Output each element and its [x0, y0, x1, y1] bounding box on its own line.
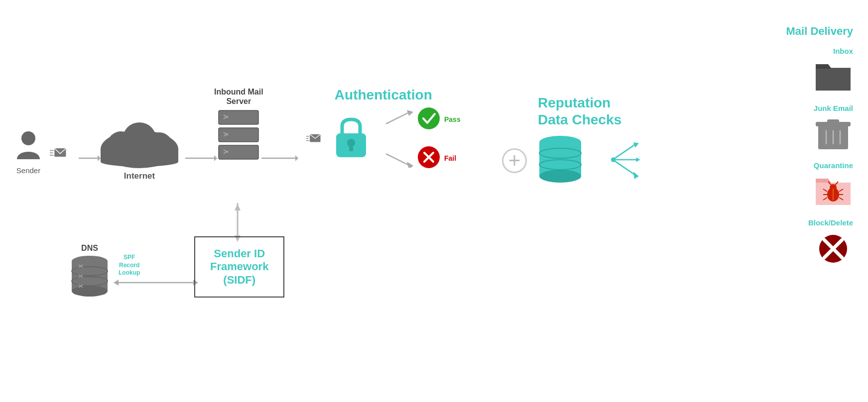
svg-line-36 [386, 154, 410, 166]
sidf-title: Sender ID Framework (SIDF) [210, 247, 268, 287]
svg-marker-56 [235, 204, 241, 210]
junk-icon [813, 115, 853, 152]
auth-content: Pass Fail [306, 107, 461, 171]
internet-group: Internet [97, 109, 182, 181]
junk-email-label: Junk Email [814, 104, 853, 112]
arrow-server-auth [261, 154, 299, 164]
svg-marker-52 [633, 172, 639, 179]
dns-label: DNS [81, 244, 98, 253]
svg-line-33 [386, 112, 410, 124]
junk-email-item: Junk Email [758, 104, 853, 152]
pass-label: Pass [444, 115, 461, 123]
cloud-icon [97, 109, 182, 176]
inbound-server-group: Inbound Mail Server [214, 87, 263, 165]
svg-marker-37 [407, 162, 413, 168]
sender-group: Sender [15, 129, 42, 175]
mail-delivery-title: Mail Delivery [758, 25, 853, 38]
svg-marker-25 [295, 155, 298, 161]
inbox-item: Inbox [758, 47, 853, 95]
reputation-group: Reputation Data Checks [538, 95, 642, 187]
inbox-label: Inbox [833, 47, 853, 55]
arrow-dns-sidf [114, 278, 198, 290]
plus-sign: + [502, 148, 527, 173]
inbox-icon [813, 58, 853, 95]
sidf-group: Sender ID Framework (SIDF) [194, 236, 284, 298]
sidf-box: Sender ID Framework (SIDF) [194, 236, 284, 298]
svg-point-59 [72, 286, 108, 297]
svg-point-43 [539, 170, 581, 183]
svg-line-51 [615, 161, 635, 176]
block-icon [813, 230, 853, 267]
svg-point-0 [21, 131, 35, 145]
quarantine-item: Quarantine [758, 161, 853, 209]
sender-email-arrow [50, 147, 67, 162]
dns-db-icon [70, 255, 110, 302]
reputation-title: Reputation Data Checks [538, 95, 642, 128]
diagram-container: Sender [0, 0, 868, 402]
reputation-db-icon [538, 135, 583, 187]
authentication-title: Authentication [306, 87, 461, 103]
inbound-server-icon [216, 108, 261, 165]
inbound-server-label: Inbound Mail Server [214, 87, 263, 106]
fail-label: Fail [444, 154, 456, 162]
pass-badge-icon [417, 107, 440, 132]
authentication-group: Authentication [306, 87, 461, 171]
sender-icon [15, 129, 42, 163]
svg-marker-50 [636, 158, 640, 162]
arrow-internet-server [185, 154, 218, 164]
pass-row: Pass [386, 107, 461, 132]
auth-email-icon [306, 133, 321, 144]
fail-badge-icon [417, 146, 440, 171]
svg-rect-73 [827, 119, 839, 123]
spf-label: SPF Record Lookup [119, 254, 140, 277]
svg-point-35 [418, 107, 440, 129]
svg-rect-15 [219, 110, 258, 124]
branches-icon [598, 137, 642, 184]
quarantine-label: Quarantine [814, 161, 853, 170]
reputation-content [538, 135, 642, 187]
pass-fail-group: Pass Fail [386, 107, 461, 171]
mail-delivery-group: Mail Delivery Inbox Junk Email [758, 25, 853, 276]
sender-label: Sender [16, 166, 40, 175]
svg-rect-32 [349, 144, 353, 151]
fail-row: Fail [386, 146, 461, 171]
svg-rect-21 [219, 145, 258, 159]
email-icon [50, 147, 67, 162]
dns-group: DNS [70, 244, 110, 302]
internet-label: Internet [124, 171, 155, 181]
svg-point-12 [101, 157, 178, 167]
svg-line-47 [615, 144, 635, 159]
svg-rect-18 [219, 128, 258, 142]
block-delete-label: Block/Delete [808, 218, 853, 227]
block-delete-item: Block/Delete [758, 218, 853, 267]
quarantine-icon [813, 173, 853, 209]
lock-icon [331, 115, 371, 162]
